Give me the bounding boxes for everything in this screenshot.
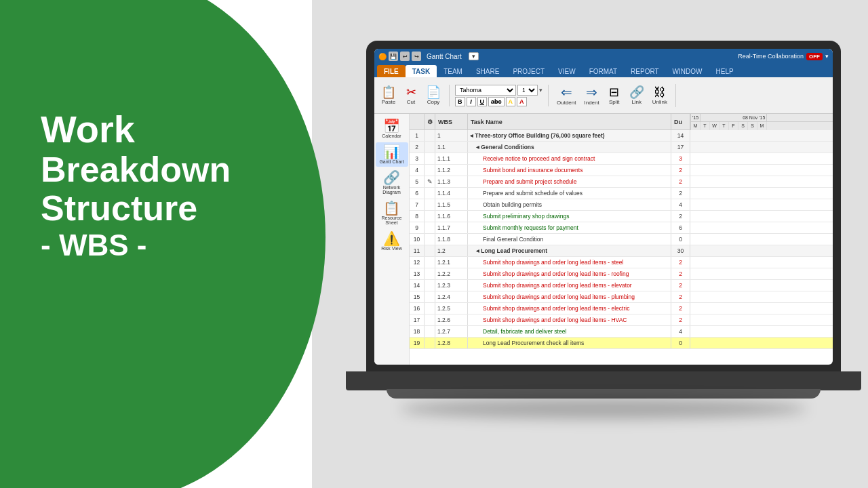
table-row[interactable]: 4 1.1.2 Submit bond and insurance docume… <box>410 165 833 176</box>
cell-warn <box>425 280 435 291</box>
cell-task: Submit shop drawings and order long lead… <box>468 257 671 268</box>
tab-share[interactable]: SHARE <box>469 65 506 77</box>
highlight-button[interactable]: A <box>506 97 516 106</box>
table-row[interactable]: 16 1.2.5 Submit shop drawings and order … <box>410 303 833 314</box>
cell-id: 7 <box>410 199 425 210</box>
cell-dur: 2 <box>671 176 690 187</box>
tab-report[interactable]: REPORT <box>624 65 666 77</box>
collab-toggle[interactable]: OFF <box>806 53 823 60</box>
table-row[interactable]: 2 1.1 ◂ General Conditions 17 <box>410 142 833 153</box>
table-row[interactable]: 17 1.2.6 Submit shop drawings and order … <box>410 314 833 326</box>
sidebar-item-network[interactable]: 🔗 Network Diagram <box>376 168 408 197</box>
tab-view[interactable]: VIEW <box>551 65 583 77</box>
split-icon: ⊟ <box>609 86 619 98</box>
table-row[interactable]: 8 1.1.6 Submit preliminary shop drawings… <box>410 211 833 222</box>
cell-warn <box>425 130 435 141</box>
italic-button[interactable]: I <box>467 97 476 106</box>
table-row[interactable]: 10 1.1.8 Final General Condition 0 05/11 <box>410 234 833 245</box>
gantt-body: 1 1 ◂ Three-story Office Building (76,00… <box>410 130 833 365</box>
font-select[interactable]: Tahoma <box>455 85 516 96</box>
size-select[interactable]: 10 <box>517 85 538 96</box>
tab-file[interactable]: FILE <box>377 65 406 77</box>
timeline-header: '15 08 Nov '15 M T W T F S <box>690 114 833 130</box>
table-row[interactable]: 14 1.2.3 Submit shop drawings and order … <box>410 280 833 291</box>
link-icon: 🔗 <box>629 86 644 98</box>
cell-id: 1 <box>410 130 425 141</box>
table-row[interactable]: 19 1.2.8 Long Lead Procurement check all… <box>410 338 833 349</box>
cell-task: Long Lead Procurement check all items <box>468 338 671 348</box>
sidebar-item-calendar[interactable]: 📅 Calendar <box>376 117 408 141</box>
cell-dur: 0 <box>671 234 690 245</box>
cut-icon: ✂ <box>406 86 416 98</box>
cell-wbs: 1.2.8 <box>435 338 468 348</box>
cell-dur: 2 <box>671 257 690 268</box>
tab-task[interactable]: TASK <box>406 65 437 77</box>
app-container: 🟠 💾 ↩ ↪ Gantt Chart ▾ Real-Time Collabor… <box>374 49 833 365</box>
cut-button[interactable]: ✂ Cut <box>401 85 420 106</box>
tab-project[interactable]: PROJECT <box>506 65 551 77</box>
color-button[interactable]: A <box>517 97 527 106</box>
table-row[interactable]: 11 1.2 ◂ Long Lead Procurement 30 <box>410 245 833 257</box>
title-bar: 🟠 💾 ↩ ↪ Gantt Chart ▾ Real-Time Collabor… <box>374 49 833 64</box>
table-row[interactable]: 18 1.2.7 Detail, fabricate and deliver s… <box>410 326 833 338</box>
timeline-top: '15 08 Nov '15 <box>691 114 833 122</box>
collab-area: Real-Time Collaboration OFF ▾ <box>738 53 829 60</box>
table-row[interactable]: 3 1.1.1 Receive notice to proceed and si… <box>410 153 833 165</box>
table-row[interactable]: 5 ✎ 1.1.3 Prepare and submit project sch… <box>410 176 833 188</box>
unlink-button[interactable]: ⛓ Unlink <box>650 85 670 106</box>
cell-warn <box>425 188 435 199</box>
schedule-group: ⇐ Outdent ⇒ Indent ⊟ Split 🔗 <box>554 84 676 107</box>
redo-icon[interactable]: ↪ <box>412 52 421 61</box>
font-controls: Tahoma 10 ▾ B I U abc <box>455 85 542 106</box>
cell-dur: 2 <box>671 291 690 302</box>
header-task: Task Name <box>468 114 671 129</box>
save-icon[interactable]: 💾 <box>389 52 398 61</box>
indent-button[interactable]: ⇒ Indent <box>581 84 601 107</box>
cell-task: Final General Condition <box>468 234 671 245</box>
table-row[interactable]: 1 1 ◂ Three-story Office Building (76,00… <box>410 130 833 142</box>
tab-window[interactable]: WINDOW <box>666 65 709 77</box>
cell-id: 18 <box>410 326 425 337</box>
cell-dur: 30 <box>671 245 690 256</box>
cell-dur: 2 <box>671 303 690 314</box>
table-row[interactable]: 13 1.2.2 Submit shop drawings and order … <box>410 268 833 280</box>
gantt-icon: 📊 <box>383 145 400 159</box>
cell-dur: 6 <box>671 222 690 233</box>
tab-help[interactable]: HELP <box>709 65 741 77</box>
split-button[interactable]: ⊟ Split <box>605 85 624 106</box>
cell-wbs: 1.2.2 <box>435 268 468 279</box>
strikethrough-button[interactable]: abc <box>488 97 505 106</box>
sidebar-item-risk[interactable]: ⚠️ Risk View <box>376 229 408 253</box>
table-row[interactable]: 6 1.1.4 Prepare and submit schedule of v… <box>410 188 833 199</box>
collab-dropdown[interactable]: ▾ <box>825 53 829 60</box>
table-row[interactable]: 12 1.2.1 Submit shop drawings and order … <box>410 257 833 268</box>
bold-button[interactable]: B <box>455 97 465 106</box>
calendar-icon: 📅 <box>383 119 400 133</box>
cut-label: Cut <box>407 99 415 105</box>
table-row[interactable]: 7 1.1.5 Obtain building permits 4 ★ <box>410 199 833 211</box>
table-row[interactable]: 15 1.2.4 Submit shop drawings and order … <box>410 291 833 303</box>
cell-dur: 2 <box>671 188 690 199</box>
table-row[interactable]: 9 1.1.7 Submit monthly requests for paym… <box>410 222 833 234</box>
tab-format[interactable]: FORMAT <box>583 65 624 77</box>
cell-dur: 4 <box>671 199 690 210</box>
paste-button[interactable]: 📋 Paste <box>378 85 399 106</box>
cell-dur: 2 <box>671 211 690 222</box>
cell-id: 14 <box>410 280 425 291</box>
chart-dropdown[interactable]: ▾ <box>472 53 475 60</box>
sidebar-item-gantt[interactable]: 📊 Gantt Chart <box>376 142 408 167</box>
font-group: Tahoma 10 ▾ B I U abc <box>455 85 549 106</box>
link-button[interactable]: 🔗 Link <box>627 85 647 106</box>
underline-button[interactable]: U <box>477 97 488 106</box>
cell-warn <box>425 153 435 164</box>
gantt-label: Gantt Chart <box>379 159 403 164</box>
cell-wbs: 1.2.5 <box>435 303 468 314</box>
gantt-area: ⚙ WBS Task Name Du '15 08 Nov '15 <box>410 114 833 365</box>
outdent-button[interactable]: ⇐ Outdent <box>554 84 578 107</box>
undo-icon[interactable]: ↩ <box>400 52 410 61</box>
day-w: W <box>710 122 719 130</box>
copy-button[interactable]: 📄 Copy <box>423 85 443 106</box>
cell-id: 3 <box>410 153 425 164</box>
tab-team[interactable]: TEAM <box>437 65 469 77</box>
sidebar-item-resource[interactable]: 📋 Resource Sheet <box>376 199 408 228</box>
